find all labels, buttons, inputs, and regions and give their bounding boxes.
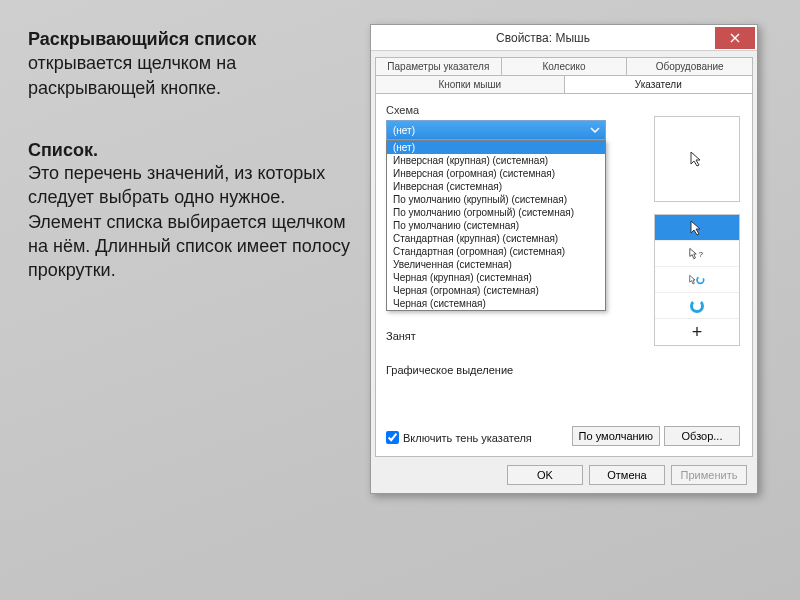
browse-button[interactable]: Обзор... [664, 426, 740, 446]
left-body-1: открывается щелчком на раскрывающей кноп… [28, 51, 358, 100]
option-item[interactable]: Увеличенная (системная) [387, 258, 605, 271]
cancel-button[interactable]: Отмена [589, 465, 665, 485]
scheme-combobox-value: (нет) [393, 125, 415, 136]
scheme-label: Схема [386, 104, 742, 116]
crosshair-icon: + [692, 323, 703, 341]
mouse-properties-dialog: Свойства: Мышь Параметры указателя Колес… [370, 24, 758, 494]
left-heading-1: Раскрывающийся список [28, 28, 358, 51]
svg-point-1 [697, 276, 704, 283]
tab-wheel[interactable]: Колесико [501, 57, 628, 75]
dialog-title: Свойства: Мышь [371, 31, 715, 45]
apply-button[interactable]: Применить [671, 465, 747, 485]
option-item[interactable]: По умолчанию (крупный) (системная) [387, 193, 605, 206]
svg-text:?: ? [699, 250, 704, 259]
busy-ring-icon [690, 299, 704, 313]
tab-panel-pointers: Схема (нет) (нет) Инверсная (крупная) (с… [375, 93, 753, 457]
chevron-down-icon [589, 124, 601, 136]
option-item[interactable]: Стандартная (огромная) (системная) [387, 245, 605, 258]
tabs-row-lower: Кнопки мыши Указатели [371, 75, 757, 93]
tab-buttons[interactable]: Кнопки мыши [375, 75, 565, 93]
option-item[interactable]: Инверсная (системная) [387, 180, 605, 193]
option-item[interactable]: По умолчанию (системная) [387, 219, 605, 232]
option-item[interactable]: Черная (крупная) (системная) [387, 271, 605, 284]
arrow-busy-cursor-icon [689, 272, 705, 288]
option-item[interactable]: По умолчанию (огромный) (системная) [387, 206, 605, 219]
option-item[interactable]: Стандартная (крупная) (системная) [387, 232, 605, 245]
arrow-cursor-icon [689, 151, 705, 167]
tab-hardware[interactable]: Оборудование [626, 57, 753, 75]
pointer-shadow-checkbox[interactable] [386, 431, 399, 444]
option-item[interactable]: Черная (огромная) (системная) [387, 284, 605, 297]
option-none[interactable]: (нет) [387, 141, 605, 154]
ok-button[interactable]: OK [507, 465, 583, 485]
left-body-2: Это перечень значений, из которых следуе… [28, 161, 358, 282]
option-item[interactable]: Инверсная (огромная) (системная) [387, 167, 605, 180]
titlebar: Свойства: Мышь [371, 25, 757, 51]
left-heading-2: Список. [28, 140, 358, 161]
cursor-list[interactable]: ? + [654, 214, 740, 346]
scheme-dropdown-list[interactable]: (нет) Инверсная (крупная) (системная) Ин… [386, 140, 606, 311]
cursor-preview [654, 116, 740, 202]
label-graphic-select: Графическое выделение [386, 364, 513, 376]
dialog-buttons: OK Отмена Применить [371, 457, 757, 493]
label-busy: Занят [386, 330, 513, 342]
tab-pointer-options[interactable]: Параметры указателя [375, 57, 502, 75]
close-button[interactable] [715, 27, 755, 49]
cursor-item-busy[interactable] [655, 293, 739, 319]
cursor-item-normal[interactable] [655, 215, 739, 241]
default-button[interactable]: По умолчанию [572, 426, 660, 446]
cursor-item-working[interactable] [655, 267, 739, 293]
option-item[interactable]: Инверсная (крупная) (системная) [387, 154, 605, 167]
close-icon [730, 33, 740, 43]
option-item[interactable]: Черная (системная) [387, 297, 605, 310]
arrow-help-cursor-icon: ? [689, 246, 705, 262]
cursor-item-precision[interactable]: + [655, 319, 739, 345]
tabs-row-upper: Параметры указателя Колесико Оборудовани… [371, 51, 757, 75]
pointer-shadow-label: Включить тень указателя [403, 432, 532, 444]
cursor-item-help[interactable]: ? [655, 241, 739, 267]
scheme-combobox[interactable]: (нет) [386, 120, 606, 140]
arrow-cursor-icon [689, 220, 705, 236]
tab-pointers[interactable]: Указатели [564, 75, 754, 93]
